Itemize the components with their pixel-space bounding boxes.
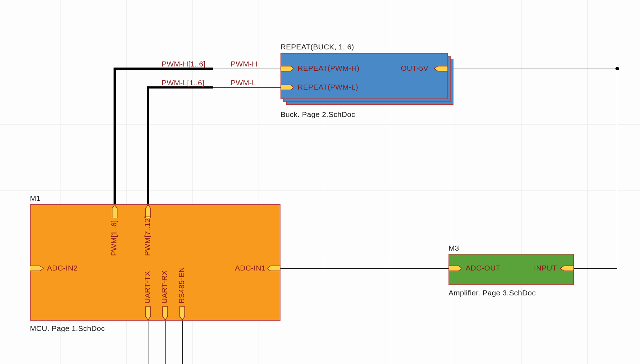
- wire-pwm-l: [213, 87, 280, 88]
- mcu-port-pwm-b: PWM[7..12]: [143, 216, 152, 256]
- buck-sheet[interactable]: [280, 53, 448, 99]
- wire-uart-rx-down: [165, 321, 166, 364]
- amp-port-input: INPUT: [534, 264, 557, 272]
- mcu-caption: MCU. Page 1.SchDoc: [30, 324, 105, 333]
- amp-port-input-icon: [560, 265, 574, 272]
- net-pwm-l-bus: PWM-L[1..6]: [162, 79, 204, 87]
- mcu-port-uart-tx: UART-TX: [143, 271, 152, 304]
- buck-port-out-icon: [434, 65, 448, 72]
- net-pwm-h: PWM-H: [231, 60, 257, 68]
- wire-out5v-v: [617, 69, 617, 268]
- wire-pwm-h: [213, 69, 280, 69]
- svg-marker-10: [448, 266, 462, 271]
- svg-marker-0: [280, 66, 294, 71]
- bus-pwm-b-vert: [147, 86, 149, 204]
- mcu-port-rs485-en: RS485-EN: [177, 267, 186, 304]
- wire-out5v-h: [453, 69, 617, 69]
- buck-title: REPEAT(BUCK, 1, 6): [280, 43, 354, 51]
- mcu-port-uart-tx-icon: [145, 306, 152, 321]
- svg-marker-4: [267, 266, 280, 271]
- mcu-port-uart-rx-icon: [162, 306, 169, 321]
- amp-caption: Amplifier. Page 3.SchDoc: [448, 289, 536, 297]
- schematic-canvas[interactable]: REPEAT(BUCK, 1, 6) Buck. Page 2.SchDoc R…: [0, 0, 640, 364]
- amp-port-adc-out: ADC-OUT: [466, 264, 500, 272]
- svg-marker-11: [560, 266, 574, 271]
- junction-out5v: [615, 67, 619, 70]
- amp-designator: M3: [448, 244, 459, 252]
- svg-marker-1: [280, 85, 294, 90]
- wire-amp-input: [574, 268, 617, 269]
- mcu-port-adc-in2: ADC-IN2: [47, 264, 78, 272]
- wire-rs485-en-down: [182, 321, 183, 364]
- mcu-port-uart-rx: UART-RX: [160, 270, 169, 304]
- net-pwm-l: PWM-L: [231, 79, 256, 87]
- mcu-port-adc-in2-icon: [30, 265, 44, 272]
- buck-caption: Buck. Page 2.SchDoc: [280, 110, 355, 119]
- mcu-port-pwm-a: PWM[1..6]: [110, 220, 118, 256]
- wire-uart-tx-down: [148, 321, 148, 364]
- buck-port-pwm-l-icon: [280, 84, 295, 91]
- amp-port-adc-out-icon: [448, 265, 463, 272]
- buck-port-pwm-h: REPEAT(PWM-H): [298, 64, 360, 73]
- buck-port-pwm-l: REPEAT(PWM-L): [298, 83, 358, 91]
- mcu-port-adc-in1: ADC-IN1: [235, 264, 266, 272]
- net-pwm-h-bus: PWM-H[1..6]: [162, 60, 205, 68]
- mcu-port-pwm-a-icon: [111, 204, 118, 218]
- buck-port-pwm-h-icon: [280, 65, 295, 72]
- mcu-designator: M1: [30, 194, 41, 203]
- svg-marker-3: [30, 266, 43, 271]
- mcu-port-rs485-en-icon: [179, 306, 186, 321]
- bus-pwm-a-vert: [114, 68, 116, 204]
- svg-marker-9: [180, 306, 185, 320]
- svg-marker-5: [112, 205, 117, 218]
- mcu-port-adc-in1-icon: [266, 265, 280, 272]
- svg-marker-2: [434, 66, 448, 71]
- svg-marker-8: [163, 306, 168, 320]
- svg-marker-7: [146, 306, 151, 320]
- buck-port-out: OUT-5V: [401, 64, 429, 73]
- wire-adc: [280, 268, 448, 269]
- mcu-sheet[interactable]: [30, 204, 280, 321]
